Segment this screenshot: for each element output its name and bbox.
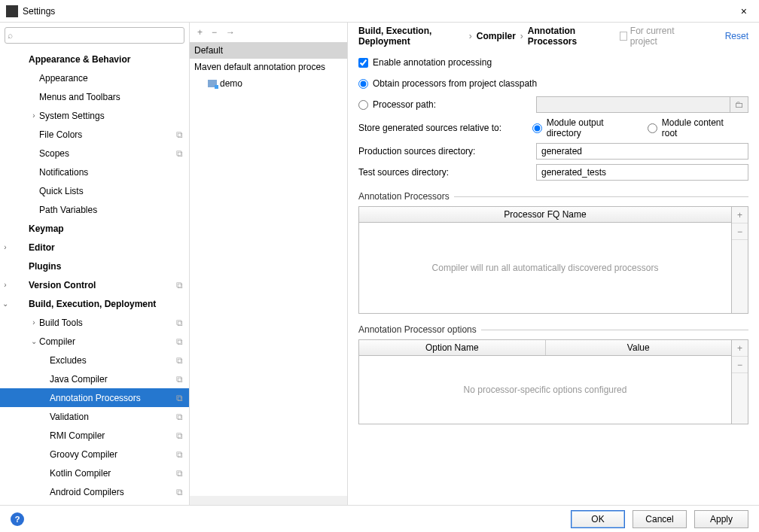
add-profile-button[interactable]: + <box>197 27 203 38</box>
sidebar-item-label: Version Control <box>29 280 173 290</box>
horizontal-scrollbar[interactable] <box>190 496 347 505</box>
form-area: Enable annotation processing Obtain proc… <box>348 50 759 505</box>
project-scope-icon: ⧉ <box>176 468 183 479</box>
sidebar-item-label: Kotlin Compiler <box>50 468 173 479</box>
production-dir-label: Production sources directory: <box>358 146 536 157</box>
remove-processor-button[interactable]: − <box>732 223 748 240</box>
settings-sidebar: ⌕ Appearance & BehaviorAppearanceMenus a… <box>0 23 190 505</box>
obtain-from-classpath-radio[interactable]: Obtain processors from project classpath <box>358 78 537 89</box>
chevron-right-icon: › <box>520 31 523 41</box>
option-value-header[interactable]: Value <box>546 340 732 355</box>
sidebar-item-label: Java Compiler <box>50 374 173 385</box>
processor-path-input[interactable] <box>358 100 368 110</box>
sidebar-item-quick-lists[interactable]: Quick Lists <box>0 181 189 200</box>
module-label: demo <box>220 78 242 89</box>
ok-button[interactable]: OK <box>571 510 625 528</box>
option-name-header[interactable]: Option Name <box>359 340 546 355</box>
add-option-button[interactable]: + <box>732 340 748 357</box>
sidebar-item-label: Appearance & Behavior <box>29 54 183 65</box>
sidebar-item-excludes[interactable]: Excludes⧉ <box>0 351 189 369</box>
sidebar-item-version-control[interactable]: ›Version Control⧉ <box>0 275 189 294</box>
sidebar-item-annotation-processors[interactable]: Annotation Processors⧉ <box>0 388 189 407</box>
breadcrumb: Build, Execution, Deployment › Compiler … <box>348 23 759 50</box>
module-output-dir-input[interactable] <box>532 123 542 133</box>
sidebar-item-rmi-compiler[interactable]: RMI Compiler⧉ <box>0 426 189 445</box>
remove-profile-button[interactable]: − <box>212 27 217 38</box>
sidebar-item-plugins[interactable]: Plugins <box>0 257 189 275</box>
apply-button[interactable]: Apply <box>694 510 748 528</box>
copy-profile-button[interactable]: → <box>226 27 235 38</box>
annotation-processors-group: Annotation Processors <box>358 191 748 202</box>
cancel-button[interactable]: Cancel <box>632 510 687 528</box>
module-content-root-input[interactable] <box>648 123 657 133</box>
sidebar-item-kotlin-compiler[interactable]: Kotlin Compiler⧉ <box>0 464 189 482</box>
module-content-root-radio[interactable]: Module content root <box>648 117 739 138</box>
window-title: Settings <box>23 6 735 17</box>
project-scope-icon: ⧉ <box>176 430 183 441</box>
sidebar-item-label: Groovy Compiler <box>50 449 173 460</box>
sidebar-item-scopes[interactable]: Scopes⧉ <box>0 144 189 163</box>
sidebar-item-label: File Colors <box>39 129 173 140</box>
chevron-icon: ⌄ <box>29 337 39 345</box>
close-icon[interactable]: × <box>735 2 753 20</box>
titlebar: Settings × <box>0 0 759 23</box>
profile-module-demo[interactable]: demo <box>190 75 347 92</box>
sidebar-item-label: Editor <box>29 242 183 253</box>
chevron-icon: ⌄ <box>0 299 11 308</box>
project-scope-icon: ⧉ <box>176 393 183 403</box>
sidebar-item-label: Compiler <box>39 336 173 347</box>
search-input[interactable] <box>5 27 184 44</box>
processor-fqname-header[interactable]: Processor FQ Name <box>359 207 731 222</box>
chevron-right-icon: › <box>469 31 472 41</box>
browse-folder-icon[interactable]: 🗀 <box>730 96 748 113</box>
profile-item-default[interactable]: Default <box>190 42 347 59</box>
help-button[interactable]: ? <box>11 512 24 526</box>
sidebar-item-editor[interactable]: ›Editor <box>0 238 189 257</box>
add-processor-button[interactable]: + <box>732 207 748 223</box>
sidebar-item-file-colors[interactable]: File Colors⧉ <box>0 125 189 144</box>
remove-option-button[interactable]: − <box>732 357 748 373</box>
sidebar-item-system-settings[interactable]: ›System Settings <box>0 106 189 125</box>
module-icon <box>208 80 217 87</box>
sidebar-item-label: Notifications <box>39 167 183 178</box>
enable-annotation-checkbox[interactable]: Enable annotation processing <box>358 57 492 68</box>
sidebar-item-build-tools[interactable]: ›Build Tools⧉ <box>0 313 189 332</box>
sidebar-item-notifications[interactable]: Notifications <box>0 163 189 181</box>
sidebar-item-label: Validation <box>50 412 173 422</box>
sidebar-item-compiler[interactable]: ⌄Compiler⧉ <box>0 332 189 351</box>
processor-path-field <box>536 96 730 113</box>
module-output-dir-radio[interactable]: Module output directory <box>532 117 639 138</box>
reset-link[interactable]: Reset <box>725 31 748 41</box>
module-output-dir-label: Module output directory <box>547 117 639 138</box>
sidebar-item-path-variables[interactable]: Path Variables <box>0 200 189 219</box>
sidebar-item-appearance[interactable]: Appearance <box>0 68 189 87</box>
processor-path-label: Processor path: <box>373 99 436 110</box>
test-dir-field[interactable] <box>536 164 748 181</box>
obtain-from-classpath-input[interactable] <box>358 79 368 89</box>
processor-path-radio[interactable]: Processor path: <box>358 99 536 110</box>
project-scope-icon: ⧉ <box>176 148 183 159</box>
sidebar-item-label: Plugins <box>29 261 183 272</box>
enable-annotation-checkbox-input[interactable] <box>358 58 368 68</box>
sidebar-item-label: Build Tools <box>39 318 173 328</box>
sidebar-item-menus-and-toolbars[interactable]: Menus and Toolbars <box>0 87 189 106</box>
production-dir-field[interactable] <box>536 143 748 160</box>
sidebar-item-groovy-compiler[interactable]: Groovy Compiler⧉ <box>0 445 189 464</box>
crumb-b[interactable]: Compiler <box>477 31 516 41</box>
sidebar-item-appearance-behavior[interactable]: Appearance & Behavior <box>0 50 189 68</box>
crumb-c: Annotation Processors <box>528 26 611 47</box>
app-icon <box>6 5 18 17</box>
sidebar-item-validation[interactable]: Validation⧉ <box>0 407 189 426</box>
sidebar-item-build-execution-deployment[interactable]: ⌄Build, Execution, Deployment <box>0 294 189 313</box>
sidebar-item-label: Menus and Toolbars <box>39 92 183 102</box>
chevron-icon: › <box>0 243 11 251</box>
crumb-a[interactable]: Build, Execution, Deployment <box>358 26 465 47</box>
profile-item-maven[interactable]: Maven default annotation proces <box>190 59 347 75</box>
sidebar-item-java-compiler[interactable]: Java Compiler⧉ <box>0 369 189 388</box>
project-scope-icon: ⧉ <box>176 355 183 366</box>
profiles-list: Default Maven default annotation proces … <box>190 42 347 496</box>
sidebar-item-label: Scopes <box>39 148 173 159</box>
sidebar-item-android-compilers[interactable]: Android Compilers⧉ <box>0 482 189 501</box>
sidebar-item-keymap[interactable]: Keymap <box>0 219 189 238</box>
sidebar-item-label: Annotation Processors <box>50 393 173 403</box>
